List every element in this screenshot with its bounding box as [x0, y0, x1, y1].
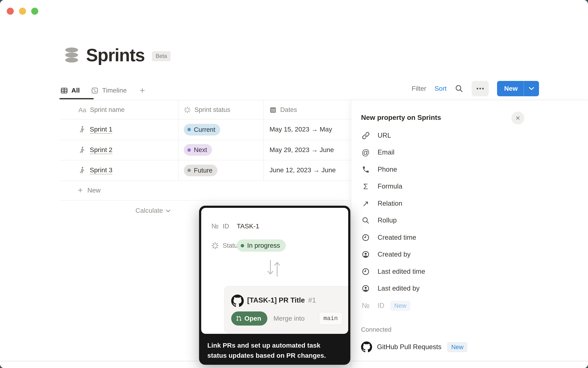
new-feature-badge: New — [447, 342, 467, 352]
close-panel-button[interactable]: ✕ — [511, 111, 524, 124]
pr-state-label: Open — [244, 315, 261, 322]
sprint-status-cell[interactable]: Current — [178, 120, 264, 140]
column-label: Sprint name — [90, 106, 125, 113]
property-option-label: Last edited by — [378, 285, 419, 293]
runner-icon — [78, 146, 86, 154]
chevron-down-icon — [529, 87, 535, 91]
new-button[interactable]: New — [497, 81, 539, 96]
new-button-label[interactable]: New — [497, 85, 524, 92]
numero-icon: № — [361, 302, 370, 309]
page-title: Sprints — [86, 45, 145, 65]
property-option-label: Last edited time — [378, 268, 425, 276]
id-field-row: № ID — [210, 221, 229, 232]
ellipsis-icon — [476, 87, 484, 90]
property-option-phone[interactable]: Phone — [361, 163, 397, 176]
table-view-icon — [61, 87, 68, 94]
new-dropdown-button[interactable] — [524, 87, 539, 91]
view-tabs: All Timeline + — [61, 82, 145, 99]
property-option-label: Formula — [378, 182, 402, 190]
status-badge[interactable]: Future — [184, 165, 217, 176]
pr-title: [TASK-1] PR Title — [247, 296, 305, 304]
text-aa-icon: Aa — [78, 107, 86, 113]
close-icon: ✕ — [516, 114, 520, 121]
status-dot — [187, 169, 191, 172]
property-option-created-by[interactable]: Created by — [361, 248, 410, 261]
property-option-created-time[interactable]: Created time — [361, 231, 416, 244]
property-option-url[interactable]: URL — [361, 129, 391, 142]
page-header: Sprints Beta — [65, 45, 171, 65]
screen: Sprints Beta All — [0, 0, 588, 368]
id-field-label: ID — [223, 222, 229, 230]
sprint-name-cell[interactable]: Sprint 2 — [60, 140, 178, 160]
status-badge: In progress — [237, 239, 285, 252]
property-option-label: ID — [378, 302, 384, 310]
column-header-sprint-status[interactable]: Sprint status — [178, 100, 264, 119]
status-badge[interactable]: Current — [184, 124, 220, 136]
beta-badge: Beta — [152, 51, 171, 61]
sprint-status-cell[interactable]: Future — [178, 160, 264, 180]
merge-into-label: Merge into — [274, 315, 304, 322]
property-option-last-edited-by[interactable]: Last edited by — [361, 282, 419, 295]
property-option-label: Relation — [378, 200, 402, 208]
tab-timeline[interactable]: Timeline — [91, 87, 127, 94]
plus-icon: + — [78, 185, 83, 195]
app-window: Sprints Beta All — [0, 0, 588, 368]
sprint-name-cell[interactable]: Sprint 3 — [60, 160, 178, 180]
column-header-sprint-name[interactable]: Aa Sprint name — [60, 100, 178, 119]
panel-title: New property on Sprints — [361, 114, 441, 122]
tooltip-caption-line: Link PRs and set up automated task — [207, 340, 345, 351]
tooltip-caption: Link PRs and set up automated task statu… — [207, 340, 345, 361]
tooltip-caption-line: status updates based on PR changes. — [207, 351, 345, 361]
property-option-label: Rollup — [378, 216, 397, 224]
add-row-label: New — [88, 186, 101, 194]
arrow-up-right-icon: ↗ — [361, 200, 370, 208]
status-label: In progress — [247, 242, 280, 249]
status-spinner-icon — [184, 106, 191, 113]
window-controls — [7, 8, 38, 15]
git-pull-request-icon — [236, 316, 242, 321]
property-option-relation[interactable]: ↗ Relation — [361, 197, 402, 210]
status-badge[interactable]: Next — [184, 144, 212, 156]
database-icon — [65, 47, 79, 63]
tab-all-label: All — [71, 87, 80, 94]
tooltip-preview-card: № ID TASK-1 Status In progress — [201, 208, 348, 334]
filter-button[interactable]: Filter — [412, 85, 426, 92]
sprint-name-link[interactable]: Sprint 3 — [90, 167, 112, 174]
phone-icon — [361, 166, 370, 173]
minimize-window-button[interactable] — [19, 8, 26, 15]
sort-button[interactable]: Sort — [435, 85, 447, 92]
calculate-button[interactable]: Calculate — [60, 200, 178, 221]
person-icon — [361, 285, 370, 293]
property-option-label: URL — [378, 131, 391, 139]
status-dot — [187, 148, 191, 152]
runner-icon — [78, 126, 86, 134]
sigma-icon: Σ — [361, 183, 370, 190]
connected-option-github-pull-requests[interactable]: GitHub Pull Requests New — [361, 340, 467, 354]
sprint-name-link[interactable]: Sprint 1 — [90, 126, 112, 134]
new-property-panel: New property on Sprints ✕ URL @ Email — [351, 100, 588, 368]
clock-icon — [361, 268, 370, 276]
sprint-name-cell[interactable]: Sprint 1 — [60, 120, 178, 140]
property-option-email[interactable]: @ Email — [361, 146, 394, 159]
runner-icon — [78, 167, 86, 174]
close-window-button[interactable] — [7, 8, 14, 15]
sprint-status-cell[interactable]: Next — [178, 140, 264, 160]
sprint-name-link[interactable]: Sprint 2 — [90, 146, 112, 154]
tab-all[interactable]: All — [61, 87, 80, 94]
property-option-formula[interactable]: Σ Formula — [361, 180, 402, 193]
more-options-button[interactable] — [472, 81, 489, 96]
property-option-last-edited-time[interactable]: Last edited time — [361, 265, 425, 278]
new-feature-badge: New — [390, 301, 410, 311]
search-icon[interactable] — [455, 84, 463, 93]
property-option-id[interactable]: № ID New — [361, 299, 410, 312]
sync-arrows-icon — [267, 259, 281, 277]
column-label: Sprint status — [195, 106, 230, 113]
pull-request-card: [TASK-1] PR Title #1 Open Merge into mai… — [224, 286, 348, 333]
property-option-rollup[interactable]: Rollup — [361, 214, 397, 227]
clock-icon — [361, 234, 370, 241]
github-icon — [231, 294, 244, 307]
add-view-button[interactable]: + — [140, 86, 145, 95]
dates-value: May 15, 2023 → May — [269, 126, 332, 134]
numero-icon: № — [210, 222, 220, 230]
zoom-window-button[interactable] — [31, 8, 38, 15]
